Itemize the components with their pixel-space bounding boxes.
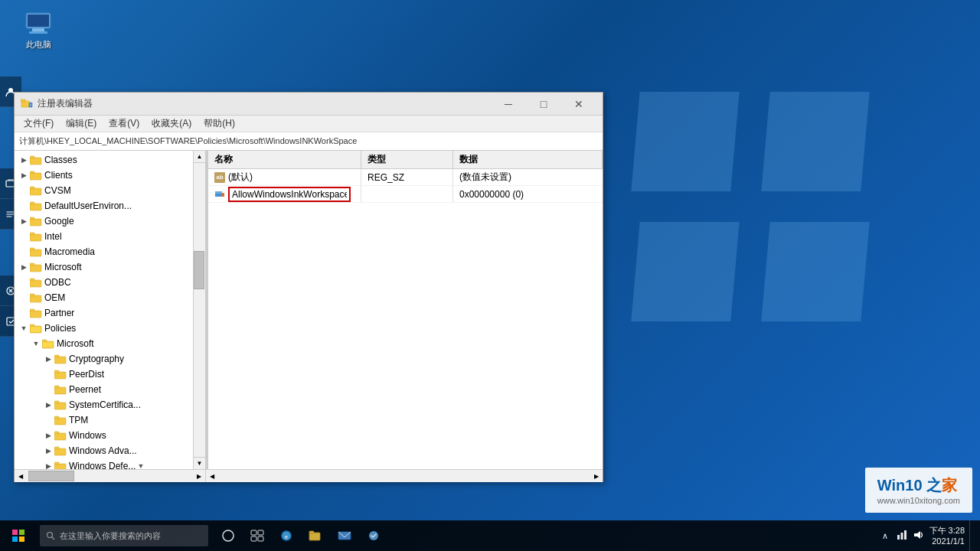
volume-icon[interactable]: [913, 529, 925, 543]
taskbar-cortana-btn[interactable]: [214, 520, 242, 551]
tree-item-label: Intel: [44, 231, 62, 242]
tree-item-windows[interactable]: ▶ Windows: [15, 428, 193, 443]
scroll-down-btn[interactable]: ▼: [194, 457, 205, 469]
svg-rect-53: [54, 432, 59, 434]
svg-rect-74: [309, 533, 320, 540]
tree-item-policies[interactable]: ▼ Policies: [15, 321, 193, 336]
svg-rect-14: [30, 158, 41, 165]
folder-icon: [54, 461, 67, 469]
expand-icon: ▶: [18, 154, 30, 166]
tree-item-partner[interactable]: ▶ Partner: [15, 305, 193, 321]
tree-item-intel[interactable]: ▶ Intel: [15, 229, 193, 244]
menu-view[interactable]: 查看(V): [103, 116, 145, 132]
tree-item-cryptography[interactable]: ▶ Cryptography: [15, 351, 193, 367]
svg-rect-21: [30, 202, 34, 204]
values-header: 名称 类型 数据: [208, 151, 603, 169]
tree-item-macromedia[interactable]: ▶ Macromedia: [15, 244, 193, 259]
tree-item-oem[interactable]: ▶ OEM: [15, 290, 193, 305]
value-row-allowink[interactable]: 0x00000000 (0): [208, 186, 603, 203]
tree-hscrollbar[interactable]: ◀ ▶: [15, 470, 206, 482]
scroll-thumb[interactable]: [194, 251, 204, 289]
taskbar-mail-btn[interactable]: [331, 520, 358, 551]
hscroll-track-left[interactable]: [27, 470, 193, 482]
tree-panel[interactable]: ▶ Classes ▶ Clients ▶: [15, 151, 206, 469]
tree-item-label: Windows: [69, 430, 106, 441]
menu-edit[interactable]: 编辑(E): [60, 116, 103, 132]
menu-favorites[interactable]: 收藏夹(A): [145, 116, 198, 132]
taskbar-search[interactable]: 在这里输入你要搜索的内容: [40, 525, 208, 546]
scroll-up-btn[interactable]: ▲: [194, 151, 205, 163]
hscroll-right2[interactable]: ▶: [590, 470, 603, 482]
svg-rect-46: [54, 387, 66, 394]
menu-bar: 文件(F) 编辑(E) 查看(V) 收藏夹(A) 帮助(H): [15, 116, 603, 132]
folder-icon: [30, 231, 42, 242]
value-row-default[interactable]: ab (默认) REG_SZ (数值未设置): [208, 169, 603, 186]
taskbar-right: ∧ 下午 3:28 2021/1/1: [879, 520, 980, 551]
svg-marker-81: [914, 531, 920, 539]
svg-rect-61: [12, 530, 18, 535]
tree-item-google[interactable]: ▶ Google: [15, 214, 193, 229]
taskbar-explorer-btn[interactable]: [302, 520, 329, 551]
hscroll-left2[interactable]: ◀: [206, 470, 218, 482]
hscroll-right[interactable]: ▶: [193, 470, 205, 482]
expand-icon: ▶: [18, 261, 30, 273]
value-name-text: (默认): [228, 171, 253, 184]
tree-item-odbc[interactable]: ▶ ODBC: [15, 275, 193, 290]
tree-item-label: Partner: [44, 308, 74, 318]
svg-rect-34: [30, 311, 41, 318]
tree-item-peerdist[interactable]: ▶ PeerDist: [15, 367, 193, 382]
tree-item-policies-microsoft[interactable]: ▼ Microsoft: [15, 336, 193, 351]
tree-item-tpm[interactable]: ▶ TPM: [15, 412, 193, 428]
value-icon-reg: [214, 189, 225, 200]
tree-item-label: Microsoft: [57, 338, 94, 349]
close-button[interactable]: ✕: [561, 93, 596, 116]
show-desktop-btn[interactable]: [969, 520, 974, 551]
start-button[interactable]: [0, 520, 37, 551]
hscroll-thumb-left[interactable]: [28, 471, 74, 481]
folder-icon: [30, 246, 42, 257]
tree-item-microsoft[interactable]: ▶ Microsoft: [15, 259, 193, 275]
value-name-allowink: [208, 186, 361, 202]
svg-rect-54: [54, 448, 66, 455]
tree-item-label: Peernet: [69, 384, 101, 395]
expand-icon: ▶: [18, 215, 30, 227]
desktop: 此电脑: [0, 0, 980, 551]
desktop-icon-this-pc[interactable]: 此电脑: [11, 11, 65, 51]
tree-item-default-user[interactable]: ▶ DefaultUserEnviron...: [15, 198, 193, 214]
tree-item-windows-defe[interactable]: ▶ Windows Defe... ▼: [15, 458, 193, 469]
scroll-track[interactable]: [194, 163, 205, 457]
svg-rect-70: [251, 536, 256, 541]
menu-file[interactable]: 文件(F): [18, 116, 60, 132]
window-bottom: ◀ ▶ ◀ ▶: [15, 469, 603, 481]
svg-rect-2: [32, 28, 44, 31]
taskbar-chevron-up[interactable]: ∧: [879, 530, 891, 543]
taskbar-app-btn[interactable]: [360, 520, 387, 551]
tree-item-cvsm[interactable]: ▶ CVSM: [15, 183, 193, 198]
address-bar[interactable]: 计算机\HKEY_LOCAL_MACHINE\SOFTWARE\Policies…: [15, 132, 603, 151]
regedit-icon: [21, 98, 33, 110]
taskbar-taskview-btn[interactable]: [243, 520, 271, 551]
hscroll-track-right[interactable]: [218, 470, 590, 482]
tree-item-peernet[interactable]: ▶ Peernet: [15, 382, 193, 397]
taskbar-pinned-icons: e: [214, 520, 387, 551]
tree-item-label: Macromedia: [44, 246, 95, 257]
tree-item-clients[interactable]: ▶ Clients: [15, 168, 193, 183]
taskbar-ie-btn[interactable]: e: [273, 520, 300, 551]
clock-display[interactable]: 下午 3:28 2021/1/1: [929, 525, 965, 547]
tree-scrollbar[interactable]: ▲ ▼: [193, 151, 205, 469]
tree-item-classes[interactable]: ▶ Classes: [15, 152, 193, 168]
hscroll-left[interactable]: ◀: [15, 470, 27, 482]
maximize-button[interactable]: □: [526, 93, 561, 116]
svg-rect-60: [222, 193, 224, 197]
svg-rect-11: [29, 103, 32, 107]
tree-item-label: OEM: [44, 292, 65, 303]
svg-rect-26: [30, 249, 41, 256]
tree-item-windows-adva[interactable]: ▶ Windows Adva...: [15, 443, 193, 458]
minimize-button[interactable]: ─: [491, 93, 526, 116]
menu-help[interactable]: 帮助(H): [198, 116, 241, 132]
tree-item-systemcert[interactable]: ▶ SystemCertifica...: [15, 397, 193, 412]
values-hscrollbar[interactable]: ◀ ▶: [206, 470, 603, 482]
network-icon[interactable]: [896, 529, 908, 543]
svg-rect-24: [30, 234, 41, 241]
value-name-input[interactable]: [228, 187, 351, 202]
